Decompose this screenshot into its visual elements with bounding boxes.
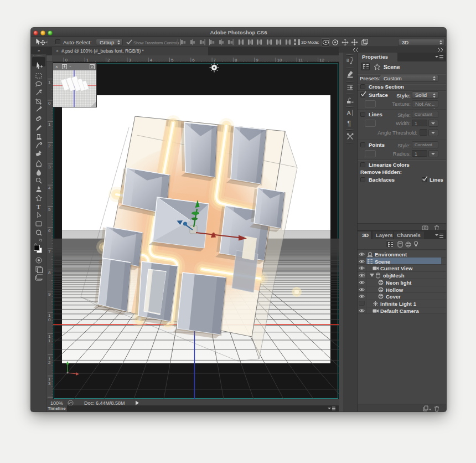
svg-text:7: 7 [48, 249, 51, 254]
svg-text:3: 3 [48, 381, 51, 386]
svg-text:2: 2 [48, 360, 51, 365]
svg-text:T: T [37, 203, 41, 210]
svg-text:4: 4 [48, 186, 51, 191]
svg-text:A: A [347, 110, 351, 116]
svg-text:3: 3 [48, 164, 51, 169]
svg-text:6: 6 [48, 228, 51, 233]
svg-text:¶: ¶ [348, 120, 351, 127]
svg-text:9: 9 [48, 292, 51, 297]
svg-text:1: 1 [48, 122, 51, 127]
svg-text:8: 8 [48, 270, 51, 275]
svg-text:1: 1 [48, 338, 51, 343]
svg-text:5: 5 [48, 207, 51, 212]
svg-text:0: 0 [48, 101, 51, 106]
svg-text:8: 8 [346, 58, 349, 63]
svg-text:2: 2 [48, 143, 51, 148]
svg-text:1: 1 [48, 80, 51, 85]
svg-text:0: 0 [48, 317, 51, 322]
